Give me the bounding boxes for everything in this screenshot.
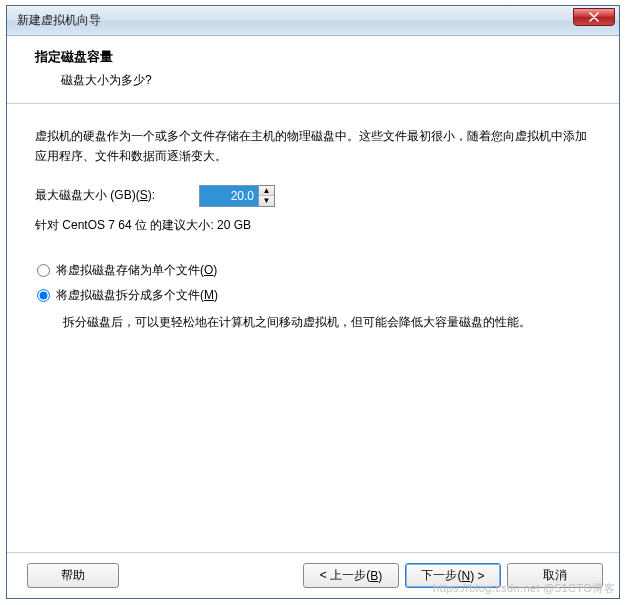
spinner-buttons: ▲ ▼ [259, 185, 275, 207]
titlebar: 新建虚拟机向导 [7, 6, 619, 36]
description-text: 虚拟机的硬盘作为一个或多个文件存储在主机的物理磁盘中。这些文件最初很小，随着您向… [35, 126, 591, 167]
cancel-button[interactable]: 取消 [507, 563, 603, 588]
disk-size-label: 最大磁盘大小 (GB)(S): [35, 187, 155, 204]
wizard-footer: 帮助 < 上一步(B) 下一步(N) > 取消 [7, 552, 619, 598]
close-icon [589, 12, 599, 22]
page-subtitle: 磁盘大小为多少? [61, 72, 599, 89]
window-title: 新建虚拟机向导 [17, 12, 101, 29]
page-title: 指定磁盘容量 [35, 48, 599, 66]
disk-size-spinner: ▲ ▼ [199, 185, 275, 207]
radio-split-note: 拆分磁盘后，可以更轻松地在计算机之间移动虚拟机，但可能会降低大容量磁盘的性能。 [63, 312, 591, 332]
back-button[interactable]: < 上一步(B) [303, 563, 399, 588]
wizard-body: 指定磁盘容量 磁盘大小为多少? 虚拟机的硬盘作为一个或多个文件存储在主机的物理磁… [7, 36, 619, 598]
wizard-header: 指定磁盘容量 磁盘大小为多少? [7, 36, 619, 104]
spinner-up-button[interactable]: ▲ [259, 186, 274, 197]
help-button[interactable]: 帮助 [27, 563, 119, 588]
recommended-size-text: 针对 CentOS 7 64 位 的建议大小: 20 GB [35, 217, 591, 234]
close-button[interactable] [573, 8, 615, 26]
radio-split-files[interactable]: 将虚拟磁盘拆分成多个文件(M) [37, 287, 591, 304]
spinner-down-button[interactable]: ▼ [259, 196, 274, 206]
disk-size-input[interactable] [199, 185, 259, 207]
next-button[interactable]: 下一步(N) > [405, 563, 501, 588]
radio-single-file[interactable]: 将虚拟磁盘存储为单个文件(O) [37, 262, 591, 279]
disk-size-row: 最大磁盘大小 (GB)(S): ▲ ▼ [35, 185, 591, 207]
radio-split-files-label: 将虚拟磁盘拆分成多个文件(M) [56, 287, 218, 304]
radio-single-file-input[interactable] [37, 264, 50, 277]
radio-split-files-input[interactable] [37, 289, 50, 302]
radio-single-file-label: 将虚拟磁盘存储为单个文件(O) [56, 262, 217, 279]
wizard-window: 新建虚拟机向导 指定磁盘容量 磁盘大小为多少? 虚拟机的硬盘作为一个或多个文件存… [6, 5, 620, 599]
wizard-content: 虚拟机的硬盘作为一个或多个文件存储在主机的物理磁盘中。这些文件最初很小，随着您向… [7, 104, 619, 552]
